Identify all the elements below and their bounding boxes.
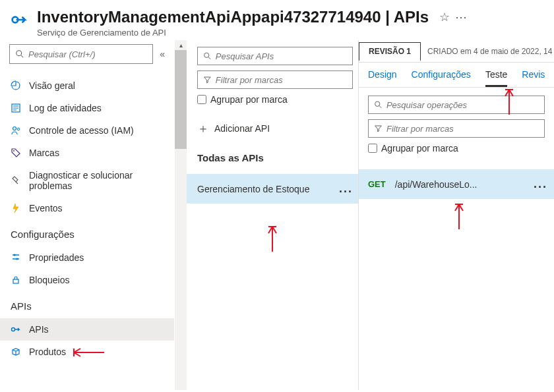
sidebar: « Visão geral Log de atividades Controle… [0, 40, 175, 390]
sidebar-item-label: Marcas [29, 148, 59, 158]
page-title: InventoryManagementApiAppapi47327714940 … [37, 8, 429, 26]
sidebar-item-overview[interactable]: Visão geral [0, 74, 174, 97]
sidebar-section-settings: Configurações [0, 222, 174, 244]
tab-design[interactable]: Design [368, 69, 397, 87]
svg-line-19 [379, 106, 381, 108]
ops-group-by-tag[interactable]: Agrupar por marca [368, 143, 545, 154]
add-api-button[interactable]: ＋ Adicionar API [197, 121, 353, 136]
sidebar-item-locks[interactable]: Bloqueios [0, 269, 174, 291]
sidebar-item-events[interactable]: Eventos [0, 197, 174, 219]
ops-search-input[interactable] [386, 100, 539, 110]
sidebar-item-apis[interactable]: APIs [0, 318, 174, 341]
svg-point-11 [14, 254, 16, 256]
revision-bar: REVISÃO 1 CRIADO em 4 de maio de 2022, 1… [359, 40, 554, 63]
svg-point-9 [13, 150, 15, 152]
favorite-star-icon[interactable]: ☆ [439, 10, 450, 24]
api-search[interactable] [197, 47, 353, 65]
ops-filter[interactable] [368, 119, 545, 138]
tab-test[interactable]: Teste [485, 69, 507, 87]
overview-icon [11, 80, 21, 91]
diagnose-icon [11, 175, 21, 186]
svg-point-1 [16, 51, 22, 56]
properties-icon [11, 252, 21, 263]
sidebar-search-input[interactable] [28, 49, 147, 59]
sidebar-item-properties[interactable]: Propriedades [0, 246, 174, 269]
svg-point-8 [17, 128, 20, 130]
ops-filter-input[interactable] [386, 124, 539, 134]
events-icon [11, 203, 21, 213]
apis-icon [11, 324, 21, 335]
sidebar-item-label: Controle de acesso (IAM) [29, 125, 134, 136]
search-icon [374, 100, 383, 109]
add-api-label: Adicionar API [214, 123, 270, 134]
all-apis-heading: Todas as APIs [197, 152, 353, 163]
filter-icon [374, 124, 383, 133]
sidebar-scrollbar[interactable]: ▴ [175, 40, 187, 390]
group-by-tag-checkbox[interactable] [197, 95, 206, 104]
group-by-tag-label: Agrupar por marca [210, 94, 288, 105]
svg-line-2 [21, 55, 24, 58]
svg-point-13 [16, 258, 18, 260]
apim-service-icon [11, 11, 29, 29]
sidebar-item-label: Diagnosticar e solucionar problemas [29, 170, 164, 191]
tab-settings[interactable]: Configurações [412, 69, 471, 87]
api-list-item-selected[interactable]: Gerenciamento de Estoque ... [187, 174, 358, 204]
detail-tabs: Design Configurações Teste Revis [359, 63, 554, 88]
plus-icon: ＋ [197, 121, 209, 136]
tab-revisions[interactable]: Revis [522, 69, 545, 87]
ops-group-by-tag-checkbox[interactable] [368, 144, 377, 153]
scroll-up-arrow-icon[interactable]: ▴ [179, 40, 183, 50]
svg-point-18 [375, 101, 380, 106]
operation-more-icon[interactable]: ... [534, 177, 547, 191]
page-subtitle: Serviço de Gerenciamento de API [37, 28, 543, 38]
operation-path: /api/WarehouseLo... [395, 179, 524, 190]
sidebar-item-label: Bloqueios [29, 275, 70, 285]
api-name: Gerenciamento de Estoque [197, 184, 309, 194]
api-item-more-icon[interactable]: ... [339, 182, 353, 196]
search-icon [203, 51, 212, 61]
collapse-sidebar-icon[interactable]: « [160, 49, 165, 59]
svg-point-7 [13, 127, 16, 130]
sidebar-item-label: APIs [29, 324, 49, 335]
operations-panel: Agrupar por marca GET /api/WarehouseLo..… [359, 88, 554, 207]
iam-icon [11, 125, 21, 136]
api-detail-panel: REVISÃO 1 CRIADO em 4 de maio de 2022, 1… [358, 40, 554, 390]
sidebar-item-label: Eventos [29, 203, 63, 213]
api-filter-input[interactable] [216, 75, 347, 85]
svg-rect-14 [13, 279, 18, 283]
revision-created-text: CRIADO em 4 de maio de 2022, 14 [421, 47, 552, 56]
sidebar-item-iam[interactable]: Controle de acesso (IAM) [0, 119, 174, 142]
sidebar-item-products[interactable]: Produtos [0, 341, 174, 363]
svg-point-16 [204, 53, 209, 57]
svg-point-15 [12, 328, 15, 331]
lock-icon [11, 275, 21, 285]
products-icon [11, 347, 21, 357]
svg-line-17 [208, 57, 210, 59]
more-menu-icon[interactable]: ⋯ [455, 10, 467, 24]
operation-row[interactable]: GET /api/WarehouseLo... ... [359, 169, 554, 199]
scrollbar-thumb[interactable] [175, 50, 187, 149]
tags-icon [11, 148, 21, 158]
page-header: InventoryManagementApiAppapi47327714940 … [0, 0, 554, 40]
api-search-input[interactable] [216, 51, 347, 61]
sidebar-item-tags[interactable]: Marcas [0, 142, 174, 164]
revision-badge[interactable]: REVISÃO 1 [359, 42, 421, 61]
sidebar-item-activity-log[interactable]: Log de atividades [0, 97, 174, 119]
ops-group-by-tag-label: Agrupar por marca [381, 143, 458, 154]
api-filter[interactable] [197, 70, 353, 89]
sidebar-item-diagnose[interactable]: Diagnosticar e solucionar problemas [0, 164, 174, 197]
sidebar-item-label: Log de atividades [29, 103, 102, 113]
group-by-tag[interactable]: Agrupar por marca [197, 94, 353, 105]
sidebar-item-label: Propriedades [29, 252, 84, 263]
sidebar-section-apis: APIs [0, 294, 174, 316]
sidebar-search[interactable] [9, 44, 153, 64]
operation-method: GET [368, 179, 386, 189]
activity-log-icon [11, 103, 21, 113]
sidebar-item-label: Produtos [29, 347, 66, 357]
search-icon [15, 49, 24, 59]
ops-search[interactable] [368, 96, 545, 114]
filter-icon [203, 75, 212, 84]
sidebar-item-label: Visão geral [29, 80, 75, 91]
api-list-panel: Agrupar por marca ＋ Adicionar API Todas … [187, 40, 358, 390]
